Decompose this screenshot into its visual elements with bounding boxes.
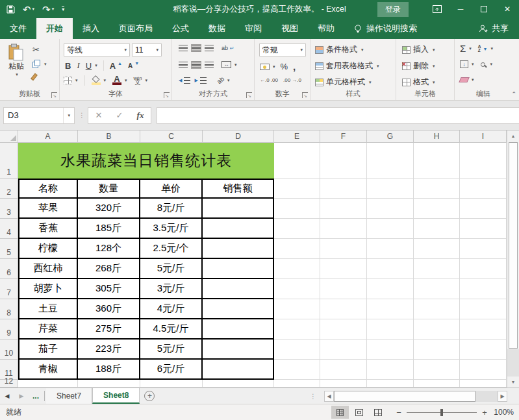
cell-I12[interactable]: [460, 380, 507, 388]
align-middle-button[interactable]: [192, 45, 201, 51]
fill-color-button[interactable]: ▾: [92, 77, 107, 85]
increase-decimal-button[interactable]: ←.0 .00: [260, 77, 278, 83]
cell-F2[interactable]: [320, 179, 367, 199]
cell-I3[interactable]: [460, 199, 507, 219]
cell-B8[interactable]: 360斤: [78, 299, 140, 319]
col-header-D[interactable]: D: [203, 130, 274, 143]
ribbon-display-options-button[interactable]: [425, 0, 449, 18]
autosum-button[interactable]: Σ▾: [460, 44, 472, 53]
cell-G3[interactable]: [367, 199, 414, 219]
redo-button[interactable]: ↷▾: [42, 5, 54, 14]
cell-A9[interactable]: 芹菜: [18, 319, 78, 340]
conditional-formatting-button[interactable]: 条件格式▾: [315, 44, 364, 55]
cell-F11[interactable]: [320, 360, 367, 380]
cell-B9[interactable]: 275斤: [78, 319, 140, 340]
sheet-tab-ellipsis[interactable]: ...: [29, 388, 43, 404]
font-color-button[interactable]: A ▾: [112, 76, 127, 85]
cell-C6[interactable]: 5元/斤: [140, 259, 203, 279]
cell-I6[interactable]: [460, 259, 507, 279]
sign-in-button[interactable]: 登录: [377, 2, 409, 17]
cancel-entry-button[interactable]: ✕: [88, 110, 109, 120]
cell-A6[interactable]: 西红柿: [18, 259, 78, 279]
cell-I4[interactable]: [460, 219, 507, 239]
close-button[interactable]: ✕: [496, 0, 519, 18]
row-header-5[interactable]: 5: [0, 239, 18, 259]
cell-E7[interactable]: [274, 279, 320, 299]
row-header-9[interactable]: 9: [0, 319, 18, 340]
clear-button[interactable]: ▾: [460, 77, 474, 82]
zoom-out-button[interactable]: −: [396, 408, 402, 417]
decrease-decimal-button[interactable]: .00 →.0: [283, 77, 301, 83]
cell-C11[interactable]: 6元/斤: [140, 360, 203, 380]
cell-D10[interactable]: [203, 340, 274, 360]
ribbon-tab-帮助[interactable]: 帮助: [308, 18, 344, 39]
scroll-down-icon[interactable]: ▼: [507, 377, 519, 388]
cell-D2[interactable]: 销售额: [203, 179, 274, 199]
sheet-nav-right-icon[interactable]: ▶: [14, 388, 29, 404]
zoom-in-button[interactable]: +: [481, 408, 488, 417]
cell-F12[interactable]: [320, 380, 367, 388]
cell-D3[interactable]: [203, 199, 274, 219]
cell-E5[interactable]: [274, 239, 320, 259]
row-header-1[interactable]: 1: [0, 143, 18, 179]
cell-A2[interactable]: 名称: [18, 179, 78, 199]
ribbon-tab-插入[interactable]: 插入: [73, 18, 109, 39]
ribbon-tab-公式[interactable]: 公式: [162, 18, 199, 39]
cell-F4[interactable]: [320, 219, 367, 239]
increase-indent-button[interactable]: ▶: [194, 77, 206, 84]
increase-font-button[interactable]: A▲: [110, 61, 122, 71]
ribbon-tab-审阅[interactable]: 审阅: [235, 18, 272, 39]
cell-I9[interactable]: [460, 319, 507, 340]
cell-I11[interactable]: [460, 360, 507, 380]
col-header-B[interactable]: B: [78, 130, 140, 143]
col-header-I[interactable]: I: [460, 130, 507, 143]
cell-D6[interactable]: [203, 259, 274, 279]
cell-A5[interactable]: 柠檬: [18, 239, 78, 259]
cell-F3[interactable]: [320, 199, 367, 219]
share-button[interactable]: 共享: [468, 18, 519, 39]
scroll-up-icon[interactable]: ▲: [507, 130, 519, 142]
cell-E8[interactable]: [274, 299, 320, 319]
cell-G8[interactable]: [367, 299, 414, 319]
italic-button[interactable]: I: [77, 60, 79, 71]
dialog-launcher-icon[interactable]: ↘: [51, 92, 57, 98]
row-header-6[interactable]: 6: [0, 259, 18, 279]
sheet-tab-Sheet7[interactable]: Sheet7: [46, 388, 92, 404]
cell-C4[interactable]: 3.5元/斤: [140, 219, 203, 239]
tab-splitter[interactable]: ⋮: [310, 395, 315, 398]
cell-C5[interactable]: 2.5元/个: [140, 239, 203, 259]
new-sheet-button[interactable]: +: [140, 388, 159, 404]
cell-I8[interactable]: [460, 299, 507, 319]
formula-input[interactable]: [157, 107, 519, 124]
cell-B4[interactable]: 185斤: [78, 219, 140, 239]
cell-E1[interactable]: [274, 143, 320, 179]
underline-button[interactable]: U▾: [86, 61, 97, 71]
col-header-C[interactable]: C: [140, 130, 203, 143]
delete-cells-button[interactable]: 删除▾: [402, 60, 435, 71]
cell-F7[interactable]: [320, 279, 367, 299]
cell-H9[interactable]: [414, 319, 460, 340]
cell-H6[interactable]: [414, 259, 460, 279]
cell-C8[interactable]: 4元/斤: [140, 299, 203, 319]
dialog-launcher-icon[interactable]: ↘: [164, 92, 170, 98]
col-header-H[interactable]: H: [414, 130, 460, 143]
scroll-left-icon[interactable]: ◀: [324, 391, 334, 402]
tell-me-search[interactable]: 操作说明搜索: [353, 18, 417, 39]
comma-style-button[interactable]: ,: [293, 61, 296, 72]
cell-H5[interactable]: [414, 239, 460, 259]
ribbon-tab-数据[interactable]: 数据: [199, 18, 235, 39]
cell-H12[interactable]: [414, 380, 460, 388]
cell-I1[interactable]: [460, 143, 507, 179]
page-layout-view-button[interactable]: [350, 406, 368, 419]
cell-D4[interactable]: [203, 219, 274, 239]
customize-qat-button[interactable]: ▾: [62, 6, 64, 12]
collapse-ribbon-button[interactable]: ⌃: [511, 91, 516, 97]
find-select-button[interactable]: ▾: [481, 62, 493, 67]
decrease-indent-button[interactable]: ◀: [179, 77, 190, 84]
cell-G2[interactable]: [367, 179, 414, 199]
cell-B6[interactable]: 268斤: [78, 259, 140, 279]
sort-filter-button[interactable]: AZ ▼▾: [478, 45, 493, 53]
cell-A10[interactable]: 茄子: [18, 340, 78, 360]
cell-E10[interactable]: [274, 340, 320, 360]
cell-B10[interactable]: 223斤: [78, 340, 140, 360]
